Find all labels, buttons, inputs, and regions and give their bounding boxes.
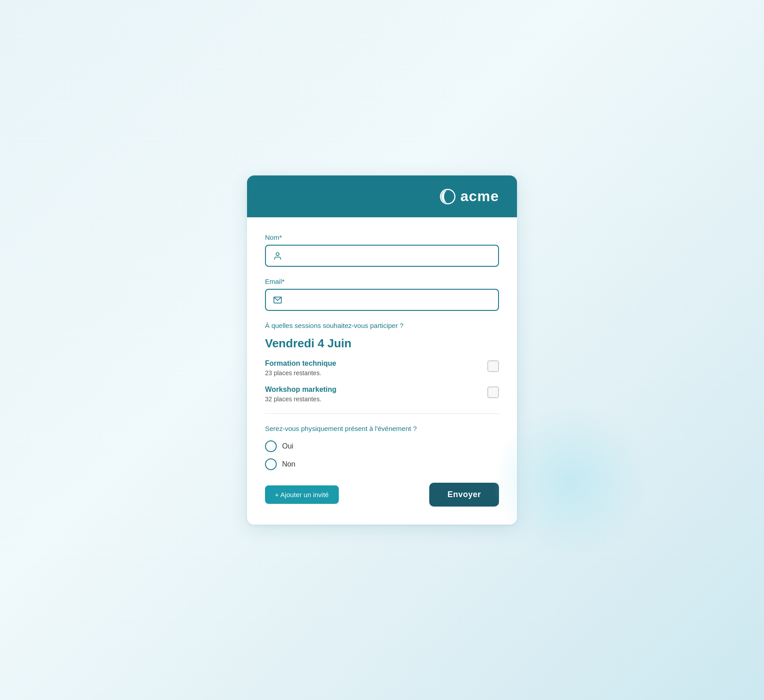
logo-icon [440,188,456,205]
form-card: acme Nom* Email* [247,175,517,525]
email-input-wrapper [265,289,499,311]
session-item-2: Workshop marketing 32 places restantes. [265,386,499,403]
radio-oui-label: Oui [282,442,293,450]
session-places-1: 23 places restantes. [265,369,487,377]
presence-question: Serez-vous physiquement présent à l'évén… [265,425,499,432]
email-group: Email* [265,278,499,311]
radio-non-button[interactable] [265,458,277,470]
session-date: Vendredi 4 Juin [265,337,499,350]
session-name-2: Workshop marketing [265,386,487,394]
radio-non-label: Non [282,460,295,468]
actions-row: + Ajouter un invité Envoyer [265,483,499,507]
radio-non-item[interactable]: Non [265,458,499,470]
presence-section: Serez-vous physiquement présent à l'évén… [265,425,499,470]
svg-point-1 [276,252,279,256]
nom-input[interactable] [289,246,498,266]
sessions-question: À quelles sessions souhaitez-vous partic… [265,322,499,329]
email-icon [266,296,289,305]
card-body: Nom* Email* [247,217,517,525]
logo-text: acme [460,188,499,205]
email-label: Email* [265,278,499,285]
send-button[interactable]: Envoyer [429,483,499,507]
session-item-1: Formation technique 23 places restantes. [265,359,499,377]
nom-input-wrapper [265,245,499,267]
nom-label: Nom* [265,233,499,241]
session-info-1: Formation technique 23 places restantes. [265,359,487,377]
email-input[interactable] [289,290,498,310]
session-checkbox-1[interactable] [487,360,499,372]
card-header: acme [247,175,517,217]
radio-oui-item[interactable]: Oui [265,440,499,452]
add-guest-button[interactable]: + Ajouter un invité [265,485,339,504]
session-checkbox-2[interactable] [487,386,499,398]
radio-group: Oui Non [265,440,499,470]
logo-area: acme [440,188,499,205]
session-places-2: 32 places restantes. [265,395,487,403]
session-name-1: Formation technique [265,359,487,368]
nom-group: Nom* [265,233,499,267]
radio-oui-button[interactable] [265,440,277,452]
session-info-2: Workshop marketing 32 places restantes. [265,386,487,403]
divider [265,413,499,414]
person-icon [266,251,289,260]
page-background: acme Nom* Email* [0,0,764,700]
